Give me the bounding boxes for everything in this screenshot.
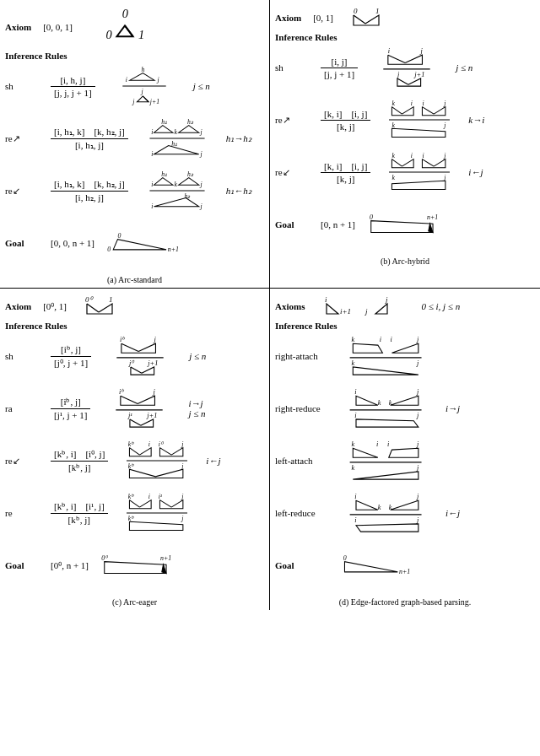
axiom-label: Axiom xyxy=(5,301,31,311)
svg-text:iᵇ: iᵇ xyxy=(120,336,126,343)
panel-arc-standard: Axiom [0, 0, 1] 0 01 Inference Rules sh … xyxy=(0,0,270,289)
svg-line-57 xyxy=(392,107,402,115)
svg-text:0⁰: 0⁰ xyxy=(85,295,94,304)
svg-text:j+1: j+1 xyxy=(149,98,159,105)
svg-text:j: j xyxy=(443,174,446,181)
svg-text:j: j xyxy=(199,181,202,188)
svg-marker-76 xyxy=(429,224,433,232)
svg-marker-159 xyxy=(391,500,418,510)
svg-text:k: k xyxy=(389,504,392,511)
svg-text:1: 1 xyxy=(375,7,380,15)
rule-sh: sh [i, j][j, j + 1] ij jj+1 j ≤ n xyxy=(275,47,535,88)
rule-reR-diagram: kiij kj xyxy=(379,100,460,140)
rule-reL-diagram: kᵇii⁰j kᵇj xyxy=(116,440,197,481)
rules-label: Inference Rules xyxy=(5,321,264,331)
svg-marker-32 xyxy=(154,178,172,186)
svg-marker-143 xyxy=(356,419,418,427)
svg-marker-138 xyxy=(356,396,378,405)
svg-text:j: j xyxy=(364,307,368,316)
svg-text:i: i xyxy=(380,336,382,343)
svg-text:j: j xyxy=(416,493,419,500)
rule-sh: sh [iᵇ, j][j⁰, j + 1] iᵇj j⁰j+1 j ≤ n xyxy=(5,336,264,376)
svg-line-68 xyxy=(423,159,435,167)
svg-marker-163 xyxy=(356,524,418,532)
rule-right-reduce: right-reduce ikkj ij i→j xyxy=(275,388,535,429)
axiom-label: Axiom xyxy=(275,13,301,23)
svg-text:i: i xyxy=(354,412,357,419)
rule-lA-diagram: kiij kj xyxy=(336,440,437,481)
svg-text:j+1: j+1 xyxy=(413,71,424,78)
rule-reR: re↗ [k, i] [i, j][k, j] kiij kj k→i xyxy=(275,100,535,140)
svg-line-89 xyxy=(121,396,138,403)
svg-marker-166 xyxy=(344,562,397,572)
svg-text:j⁰: j⁰ xyxy=(128,359,135,367)
svg-text:j: j xyxy=(181,515,183,522)
svg-text:j+1: j+1 xyxy=(147,359,158,367)
svg-text:i: i xyxy=(148,493,149,500)
svg-text:0: 0 xyxy=(343,554,347,562)
svg-text:h₁: h₁ xyxy=(161,170,167,178)
svg-text:i: i xyxy=(151,150,153,158)
svg-marker-62 xyxy=(392,128,446,137)
svg-text:i: i xyxy=(354,516,357,524)
svg-text:j: j xyxy=(199,150,202,158)
svg-text:k: k xyxy=(392,122,396,129)
svg-text:n+1: n+1 xyxy=(427,213,438,221)
svg-text:k: k xyxy=(378,504,381,511)
svg-marker-75 xyxy=(371,221,433,233)
svg-marker-103 xyxy=(130,469,183,478)
rule-reL-diagram: h₁h₂ ikj h₂ ij xyxy=(137,170,218,211)
svg-text:k: k xyxy=(351,440,354,448)
axiom-diagram: ii+1 jj xyxy=(316,295,409,317)
svg-text:k: k xyxy=(392,100,396,107)
panel-caption: (c) Arc-eager xyxy=(5,597,264,607)
rule-reR-diagram: h₁h₂ ikj h₁ ij xyxy=(137,118,218,159)
svg-text:j+1: j+1 xyxy=(147,412,158,419)
svg-marker-129 xyxy=(392,343,418,353)
rule-reL: re↙ [i, h₁, k] [k, h₂, j] [i, h₂, j] h₁h… xyxy=(5,170,264,211)
svg-text:iᵇ: iᵇ xyxy=(119,388,125,396)
svg-text:i: i xyxy=(125,76,127,84)
goal-diagram: 0n+1 xyxy=(336,545,417,586)
svg-text:i: i xyxy=(354,388,357,396)
svg-text:j: j xyxy=(153,388,156,396)
rule-sh-diagram: ij jj+1 xyxy=(366,47,447,88)
rule-left-reduce: left-reduce ikkj ij i←j xyxy=(275,493,535,533)
goal-diagram: 0 0n+1 xyxy=(103,223,184,263)
svg-marker-13 xyxy=(137,96,148,102)
svg-text:k: k xyxy=(351,359,354,367)
goal-diagram: 0⁰n+1 xyxy=(97,545,178,586)
rule-re-diagram: kᵇii¹j kᵇj xyxy=(116,493,197,533)
svg-marker-158 xyxy=(356,500,378,510)
svg-line-79 xyxy=(87,304,99,312)
svg-marker-120 xyxy=(327,304,338,314)
svg-text:i: i xyxy=(391,336,393,343)
svg-text:i¹: i¹ xyxy=(158,493,162,500)
svg-text:j: j xyxy=(416,359,419,367)
svg-text:i: i xyxy=(411,152,413,159)
svg-text:j: j xyxy=(443,122,446,129)
axiom-item: [0⁰, 1] xyxy=(43,301,67,312)
svg-text:kᵇ: kᵇ xyxy=(128,462,134,470)
svg-text:j: j xyxy=(443,152,446,159)
axiom-label: Axioms xyxy=(275,301,305,311)
svg-marker-8 xyxy=(130,73,154,81)
svg-line-67 xyxy=(392,159,402,167)
svg-text:n+1: n+1 xyxy=(399,568,410,575)
rule-ra-diagram: iᵇj j¹j+1 xyxy=(99,388,180,429)
svg-text:i: i xyxy=(376,440,379,448)
svg-marker-21 xyxy=(178,126,198,133)
svg-text:k: k xyxy=(351,464,354,472)
svg-text:1: 1 xyxy=(138,28,144,41)
rule-ra: ra [iᵇ, j][j¹, j + 1] iᵇj j¹j+1 i→j j ≤ … xyxy=(5,388,264,429)
svg-marker-3 xyxy=(116,25,132,36)
rule-reR: re↗ [i, h₁, k] [k, h₂, j] [i, h₁, j] h₁h… xyxy=(5,118,264,159)
svg-text:j: j xyxy=(397,71,400,78)
svg-marker-117 xyxy=(162,564,166,573)
svg-text:i: i xyxy=(423,152,424,159)
svg-text:kᵇ: kᵇ xyxy=(127,515,133,522)
svg-text:i: i xyxy=(151,128,153,136)
svg-text:kᵇ: kᵇ xyxy=(128,440,134,448)
goal-diagram: 0n+1 xyxy=(364,204,445,245)
svg-text:h₁: h₁ xyxy=(171,140,177,148)
